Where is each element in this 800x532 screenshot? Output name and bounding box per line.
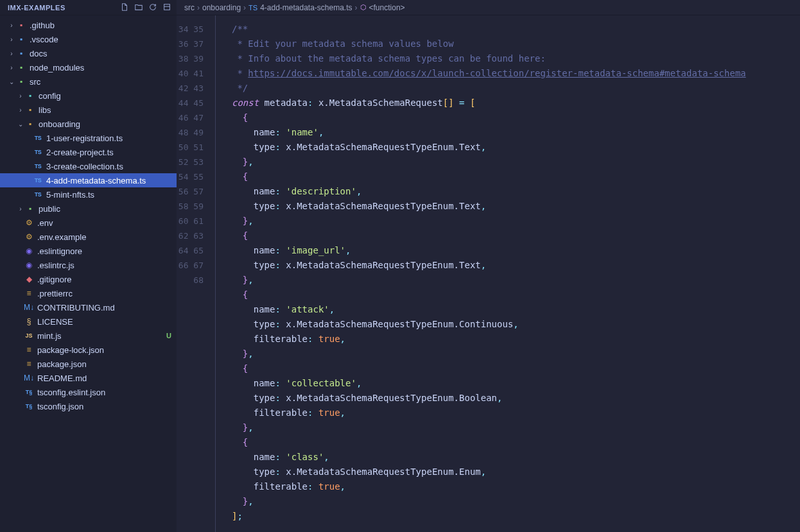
chevron-right-icon: ›: [17, 107, 24, 114]
ts-icon: TS: [32, 149, 44, 155]
chevron-down-icon: ⌄: [8, 78, 15, 85]
crumb-symbol[interactable]: <function>: [369, 3, 405, 12]
chevron-right-icon: ›: [8, 50, 15, 57]
tree-label: .eslintignore: [37, 246, 82, 256]
folder-icon: ▪: [15, 49, 27, 58]
collapse-icon[interactable]: [162, 3, 171, 13]
fold-gutter: [215, 15, 232, 532]
tree-file[interactable]: TS5-mint-nfts.ts: [0, 187, 177, 202]
breadcrumbs[interactable]: src › onboarding › TS 4-add-metadata-sch…: [177, 0, 800, 15]
folder-icon: ▪: [15, 63, 27, 72]
js-icon: JS: [23, 332, 35, 339]
tree-file[interactable]: ◉.eslintrc.js: [0, 258, 177, 272]
main: ›▪.github ›▪.vscode ›▪docs ›▪node_module…: [0, 15, 800, 532]
tree-file[interactable]: ◉.eslintignore: [0, 244, 177, 258]
explorer-header: IMX-EXAMPLES: [0, 0, 177, 15]
tree-label: 2-create-project.ts: [46, 148, 114, 157]
tree-file[interactable]: JSmint.jsU: [0, 329, 177, 343]
gear-icon: ⚙: [23, 218, 35, 227]
refresh-icon[interactable]: [148, 3, 157, 13]
tree-file[interactable]: TS2-create-project.ts: [0, 145, 177, 159]
tree-label: .prettierrc: [37, 289, 73, 298]
tree-folder-github[interactable]: ›▪.github: [0, 18, 177, 32]
ts-icon: TS: [248, 4, 257, 12]
chevron-right-icon: ›: [243, 3, 246, 12]
tree-file[interactable]: TS3-create-collection.ts: [0, 159, 177, 173]
tree-label: .github: [30, 21, 55, 30]
git-icon: ◆: [23, 275, 35, 284]
tree-folder-node[interactable]: ›▪node_modules: [0, 60, 177, 74]
tree-file[interactable]: ≡.prettierrc: [0, 286, 177, 300]
eslint-icon: ◉: [23, 261, 35, 270]
eslint-icon: ◉: [23, 246, 35, 255]
tree-label: 1-user-registration.ts: [46, 133, 123, 143]
folder-icon: ▪: [24, 204, 36, 213]
tree-label: src: [30, 77, 40, 87]
tree-file[interactable]: M↓CONTRIBUTING.md: [0, 300, 177, 314]
tree-label: package-lock.json: [37, 345, 104, 355]
tree-file[interactable]: §LICENSE: [0, 314, 177, 329]
ts-icon: TS: [32, 191, 44, 198]
tree-file[interactable]: ⚙.env: [0, 216, 177, 230]
chevron-right-icon: ›: [8, 36, 15, 43]
tree-file[interactable]: T§tsconfig.json: [0, 399, 177, 413]
tree-file-active[interactable]: TS4-add-metadata-schema.ts: [0, 173, 177, 187]
code-area[interactable]: /** * Edit your metadata schema values b…: [232, 15, 800, 532]
tree-file[interactable]: ≡package-lock.json: [0, 343, 177, 357]
svg-rect-0: [164, 4, 170, 10]
folder-open-icon: ▪: [15, 77, 27, 86]
tree-label: .env: [37, 218, 53, 228]
folder-icon: ▪: [15, 35, 27, 44]
crumb-onboarding[interactable]: onboarding: [202, 3, 241, 12]
json-icon: ≡: [23, 345, 35, 354]
tree-file[interactable]: ◆.gitignore: [0, 272, 177, 286]
symbol-icon: ⬡: [360, 3, 367, 12]
tree-label: libs: [39, 105, 51, 115]
explorer-title: IMX-EXAMPLES: [8, 4, 65, 12]
folder-icon: ▪: [24, 91, 36, 100]
folder-icon: ▪: [24, 105, 36, 114]
tree-folder-public[interactable]: ›▪public: [0, 202, 177, 216]
file-explorer[interactable]: ›▪.github ›▪.vscode ›▪docs ›▪node_module…: [0, 15, 177, 532]
line-gutter: 34 35 36 37 38 39 40 41 42 43 44 45 46 4…: [177, 15, 215, 532]
tree-folder-src[interactable]: ⌄▪src: [0, 74, 177, 89]
markdown-icon: M↓: [23, 373, 35, 382]
tree-folder-docs[interactable]: ›▪docs: [0, 46, 177, 60]
tree-folder-config[interactable]: ›▪config: [0, 89, 177, 103]
tree-file[interactable]: ⚙.env.example: [0, 230, 177, 244]
tree-label: 3-create-collection.ts: [46, 162, 123, 171]
ts-icon: TS: [32, 163, 44, 169]
tree-label: 5-mint-nfts.ts: [46, 190, 94, 200]
crumb-src[interactable]: src: [184, 3, 195, 12]
editor[interactable]: 34 35 36 37 38 39 40 41 42 43 44 45 46 4…: [177, 15, 800, 532]
tree-label: config: [39, 91, 61, 101]
folder-icon: ▪: [15, 21, 27, 30]
tree-folder-onboarding[interactable]: ⌄▪onboarding: [0, 117, 177, 131]
tree-label: LICENSE: [37, 317, 73, 327]
markdown-icon: M↓: [23, 303, 35, 312]
explorer-actions: [120, 3, 171, 13]
tree-label: node_modules: [30, 63, 84, 73]
top-bar: IMX-EXAMPLES src › onboarding › TS 4-add…: [0, 0, 800, 15]
tree-folder-libs[interactable]: ›▪libs: [0, 103, 177, 117]
tree-folder-vscode[interactable]: ›▪.vscode: [0, 32, 177, 46]
tree-file[interactable]: ≡package.json: [0, 357, 177, 371]
json-icon: ≡: [23, 289, 35, 298]
gear-icon: ⚙: [23, 232, 35, 241]
tree-label: .env.example: [37, 232, 86, 242]
tree-label: public: [39, 204, 60, 214]
tree-label: CONTRIBUTING.md: [37, 303, 115, 313]
tree-file[interactable]: M↓README.md: [0, 371, 177, 385]
tree-file[interactable]: TS1-user-registration.ts: [0, 131, 177, 145]
chevron-right-icon: ›: [197, 3, 200, 12]
ts-icon: T§: [23, 403, 35, 409]
ts-icon: TS: [32, 177, 44, 184]
new-folder-icon[interactable]: [134, 3, 143, 13]
tree-file[interactable]: T§tsconfig.eslint.json: [0, 385, 177, 399]
tree-label: .eslintrc.js: [37, 261, 74, 270]
tree-label: .vscode: [30, 35, 58, 44]
new-file-icon[interactable]: [120, 3, 129, 13]
tree-label: tsconfig.json: [37, 402, 83, 411]
chevron-down-icon: ⌄: [17, 121, 24, 128]
crumb-file[interactable]: 4-add-metadata-schema.ts: [260, 3, 352, 12]
